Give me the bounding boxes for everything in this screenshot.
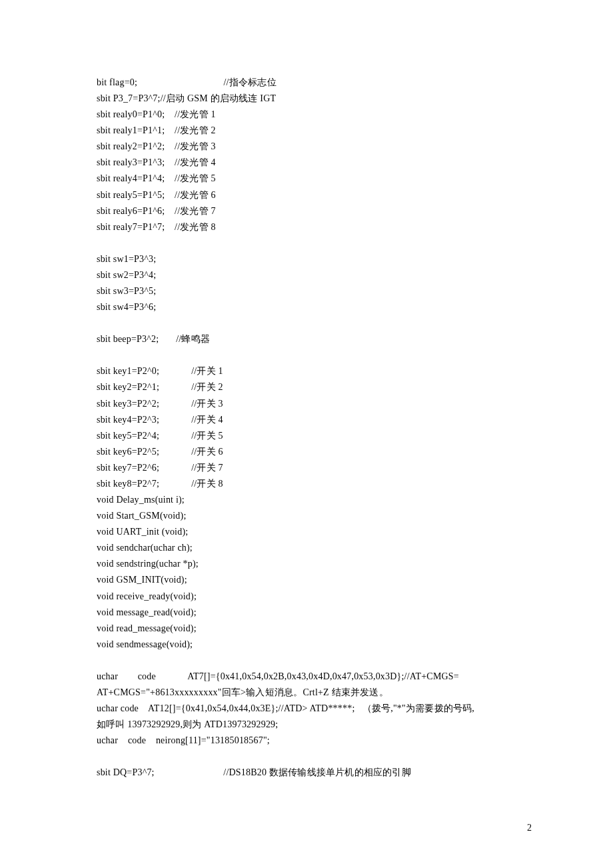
code-line: sbit realy6=P1^6; //发光管 7 — [97, 203, 533, 219]
code-line: sbit realy4=P1^4; //发光管 5 — [97, 171, 533, 187]
code-line: sbit DQ=P3^7; //DS18B20 数据传输线接单片机的相应的引脚 — [97, 765, 533, 781]
code-line: sbit key8=P2^7; //开关 8 — [97, 476, 533, 492]
code-line: sbit sw1=P3^3; — [97, 251, 533, 267]
code-line: sbit realy2=P1^2; //发光管 3 — [97, 139, 533, 155]
code-line: void UART_init (void); — [97, 524, 533, 540]
document-page: bit flag=0; //指令标志位sbit P3_7=P3^7;//启动 G… — [0, 0, 613, 868]
code-line: sbit key4=P2^3; //开关 4 — [97, 412, 533, 428]
code-line: sbit realy5=P1^5; //发光管 6 — [97, 187, 533, 203]
code-line: sbit key1=P2^0; //开关 1 — [97, 363, 533, 379]
code-line — [97, 235, 533, 251]
code-line: void sendstring(uchar *p); — [97, 556, 533, 572]
code-line — [97, 347, 533, 363]
code-line: sbit realy3=P1^3; //发光管 4 — [97, 155, 533, 171]
code-line — [97, 749, 533, 765]
code-line: void GSM_INIT(void); — [97, 572, 533, 588]
code-line: sbit key7=P2^6; //开关 7 — [97, 460, 533, 476]
code-line: sbit sw3=P3^5; — [97, 283, 533, 299]
code-line: void message_read(void); — [97, 605, 533, 621]
code-line: sbit key2=P2^1; //开关 2 — [97, 379, 533, 395]
code-listing: bit flag=0; //指令标志位sbit P3_7=P3^7;//启动 G… — [97, 75, 533, 781]
code-line: void sendchar(uchar ch); — [97, 540, 533, 556]
code-line: AT+CMGS="+8613xxxxxxxxx"回车>输入短消息。Crtl+Z … — [97, 685, 533, 701]
code-line — [97, 315, 533, 331]
code-line: void Start_GSM(void); — [97, 508, 533, 524]
code-line: sbit P3_7=P3^7;//启动 GSM 的启动线连 IGT — [97, 91, 533, 107]
code-line — [97, 653, 533, 669]
code-line: 如呼叫 13973292929,则为 ATD13973292929; — [97, 717, 533, 733]
code-line: uchar code AT12[]={0x41,0x54,0x44,0x3E};… — [97, 701, 533, 717]
code-line: void receive_ready(void); — [97, 589, 533, 605]
code-line: uchar code neirong[11]="13185018567"; — [97, 733, 533, 749]
page-number: 2 — [527, 823, 532, 833]
code-line: sbit key3=P2^2; //开关 3 — [97, 396, 533, 412]
code-line: void sendmessage(void); — [97, 637, 533, 653]
code-line: bit flag=0; //指令标志位 — [97, 75, 533, 91]
code-line: sbit realy0=P1^0; //发光管 1 — [97, 107, 533, 123]
code-line: sbit key6=P2^5; //开关 6 — [97, 444, 533, 460]
code-line: sbit realy7=P1^7; //发光管 8 — [97, 219, 533, 235]
code-line: sbit key5=P2^4; //开关 5 — [97, 428, 533, 444]
code-line: uchar code AT7[]={0x41,0x54,0x2B,0x43,0x… — [97, 669, 533, 685]
code-line: sbit sw2=P3^4; — [97, 267, 533, 283]
code-line: sbit beep=P3^2; //蜂鸣器 — [97, 331, 533, 347]
code-line: void read_message(void); — [97, 621, 533, 637]
code-line: void Delay_ms(uint i); — [97, 492, 533, 508]
code-line: sbit sw4=P3^6; — [97, 299, 533, 315]
code-line: sbit realy1=P1^1; //发光管 2 — [97, 123, 533, 139]
